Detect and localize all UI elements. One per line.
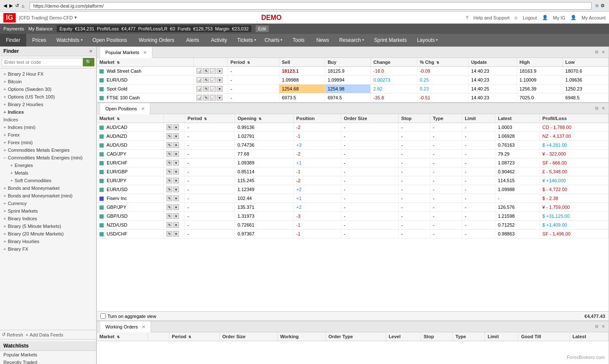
edit-btn[interactable]: ✎ — [166, 124, 172, 130]
finder-item-sprint[interactable]: + Sprint Markets — [0, 207, 96, 215]
table-row[interactable]: AUD/NZD ✎ ▾ - 1.02791 -1 - - - - 1.06928… — [97, 132, 609, 141]
dd-btn[interactable]: ▾ — [173, 160, 179, 166]
dd-btn[interactable]: ▾ — [173, 222, 179, 228]
myaccount-btn[interactable]: My Account — [581, 15, 606, 20]
finder-item-options-sweden[interactable]: + Options (Sweden 30) — [0, 85, 96, 93]
aggregate-checkbox[interactable] — [100, 313, 106, 319]
graph-btn[interactable]: 📈 — [210, 86, 216, 92]
edit-btn[interactable]: ✎ — [203, 86, 209, 92]
nav-open-positions[interactable]: Open Positions — [87, 34, 133, 47]
dd-btn[interactable]: ▾ — [173, 151, 179, 157]
th-period[interactable]: Period ⇅ — [185, 114, 235, 123]
dd-btn[interactable]: ▾ — [173, 133, 179, 139]
th-opening[interactable]: Opening ⇅ — [235, 114, 294, 123]
edit-btn[interactable]: ✎ — [166, 204, 172, 210]
settings-icon[interactable]: ⚙ — [595, 324, 599, 329]
nav-tools[interactable]: Tools — [287, 34, 310, 47]
edit-btn[interactable]: ✎ — [203, 77, 209, 83]
nav-sprint-markets[interactable]: Sprint Markets — [368, 34, 413, 47]
edit-btn[interactable]: ✎ — [166, 142, 172, 148]
th-market[interactable]: Market ⇅ — [97, 332, 148, 341]
dd-btn[interactable]: ▾ — [217, 95, 223, 101]
finder-item-forex[interactable]: + Forex — [0, 131, 96, 139]
dd-btn[interactable]: ▾ — [173, 169, 179, 175]
th-stop[interactable]: Stop — [399, 114, 430, 123]
th-latest[interactable]: Latest — [570, 332, 608, 341]
th-type[interactable]: Type — [430, 114, 462, 123]
nav-finder[interactable]: Finder — [0, 34, 26, 47]
finder-item-soft-commodities[interactable]: + Soft Commodities — [0, 177, 96, 184]
finder-item-metals[interactable]: + Metals — [0, 169, 96, 177]
tab-working-orders[interactable]: Working Orders ✕ — [100, 321, 151, 332]
back-btn[interactable]: ◀ — [3, 3, 7, 8]
th-order-size[interactable]: Order Size — [341, 114, 399, 123]
myig-btn[interactable]: My IG — [553, 15, 565, 20]
nav-working-orders[interactable]: Working Orders — [133, 34, 180, 47]
edit-btn[interactable]: ✎ — [203, 95, 209, 101]
th-market[interactable]: Market ⇅ — [97, 114, 164, 123]
table-row[interactable]: FTSE 100 Cash 📊 ✎ 📈 ▾ - 6973.5 6974.5 -3… — [97, 93, 609, 102]
th-sell[interactable]: Sell — [279, 58, 325, 67]
nav-prices[interactable]: Prices — [26, 34, 52, 47]
dd-btn[interactable]: ▾ — [173, 231, 179, 237]
my-balance-link[interactable]: My Balance — [28, 26, 52, 31]
graph-btn[interactable]: 📈 — [210, 95, 216, 101]
add-data-feeds-btn[interactable]: + Add Data Feeds — [26, 332, 63, 337]
aggregate-label[interactable]: Turn on aggregate view — [100, 313, 156, 319]
th-market[interactable]: Market ⇅ — [97, 58, 194, 67]
table-row[interactable]: EUR/JPY ✎ ▾ - 115.245 -2 - - - - 114.515… — [97, 176, 609, 185]
watchlist-popular-markets[interactable]: Popular Markets — [0, 351, 96, 359]
th-latest[interactable]: Latest — [495, 114, 540, 123]
dd-btn[interactable]: ▾ — [173, 195, 179, 201]
th-type[interactable]: Type — [453, 332, 485, 341]
finder-item-binary2h[interactable]: + Binary 2 Hourlies — [0, 101, 96, 108]
finder-item-binary-hourlies[interactable]: + Binary Hourlies — [0, 238, 96, 245]
tab-open-positions[interactable]: Open Positions ✕ — [100, 103, 150, 114]
dd-btn[interactable]: ▾ — [173, 142, 179, 148]
finder-item-binary20[interactable]: + Binary (20 Minute Markets) — [0, 230, 96, 238]
search-button[interactable]: 🔍 — [83, 58, 94, 66]
tab-close-icon[interactable]: ✕ — [142, 324, 146, 329]
table-row[interactable]: USD/CHF ✎ ▾ - 0.97367 -1 - - - - 0.98863… — [97, 230, 609, 238]
dd-btn[interactable]: ▾ — [217, 86, 223, 92]
finder-item-commodities-mini[interactable]: − Commodities Metals Energies (mini) — [0, 154, 96, 161]
finder-item-binary-fx[interactable]: + Binary FX — [0, 245, 96, 253]
search-input[interactable] — [2, 58, 83, 66]
dd-btn[interactable]: ▾ — [173, 186, 179, 192]
table-row[interactable]: Wall Street Cash 📊 ✎ 📈 ▾ - 18123.1 18125… — [97, 67, 609, 76]
chart-btn[interactable]: 📊 — [196, 77, 202, 83]
th-update[interactable]: Update — [468, 58, 517, 67]
tab-popular-markets[interactable]: Popular Markets ✕ — [100, 47, 152, 58]
table-row[interactable]: CAD/JPY ✎ ▾ - 77.68 -2 - - - - 79.29 ¥ -… — [97, 150, 609, 159]
nav-research[interactable]: Research ▾ — [335, 34, 368, 47]
edit-btn[interactable]: ✎ — [166, 195, 172, 201]
edit-btn[interactable]: Edit — [256, 25, 269, 32]
nav-charts[interactable]: Charts ▾ — [260, 34, 287, 47]
dd-btn[interactable]: ▾ — [173, 213, 179, 219]
nav-tickets[interactable]: Tickets ▾ — [233, 34, 261, 47]
nav-news[interactable]: News — [310, 34, 335, 47]
th-good-till[interactable]: Good Till — [518, 332, 570, 341]
nav-activity[interactable]: Activity — [205, 34, 233, 47]
th-period[interactable]: Period ⇅ — [228, 58, 279, 67]
finder-item-energies[interactable]: + Energies — [0, 161, 96, 169]
table-row[interactable]: GBP/JPY ✎ ▾ - 135.371 +2 - - - - 126.576… — [97, 203, 609, 212]
finder-item-bitcoin[interactable]: + Bitcoin — [0, 78, 96, 85]
th-order-size[interactable]: Order Size — [220, 332, 278, 341]
table-row[interactable]: AUD/CAD ✎ ▾ - 0.99136 -2 - - - - 1.0003 … — [97, 123, 609, 132]
finder-item-options-us[interactable]: + Options (US Tech 100) — [0, 93, 96, 101]
th-period[interactable]: Period ⇅ — [169, 332, 220, 341]
graph-btn[interactable]: 📈 — [210, 68, 216, 74]
finder-item-indices-mini[interactable]: + Indices (mini) — [0, 123, 96, 131]
table-row[interactable]: GBP/USD ✎ ▾ - 1.31973 -3 - - - - 1.21598… — [97, 212, 609, 221]
table-row[interactable]: Fiserv Inc ✎ ▾ - 102.44 +1 - - - - - $ -… — [97, 194, 609, 203]
finder-item-bonds-mini[interactable]: + Bonds and Moneymarket (mini) — [0, 192, 96, 200]
logout-btn[interactable]: Logout — [523, 15, 537, 20]
forward-btn[interactable]: ▶ — [9, 3, 13, 8]
edit-btn[interactable]: ✎ — [166, 231, 172, 237]
home-btn[interactable]: ⌂ — [22, 3, 25, 8]
finder-item-commodities[interactable]: + Commodities Metals Energies — [0, 146, 96, 154]
finder-item-indices[interactable]: + Indices — [0, 108, 96, 116]
th-limit[interactable]: Limit — [462, 114, 495, 123]
th-limit[interactable]: Limit — [485, 332, 518, 341]
